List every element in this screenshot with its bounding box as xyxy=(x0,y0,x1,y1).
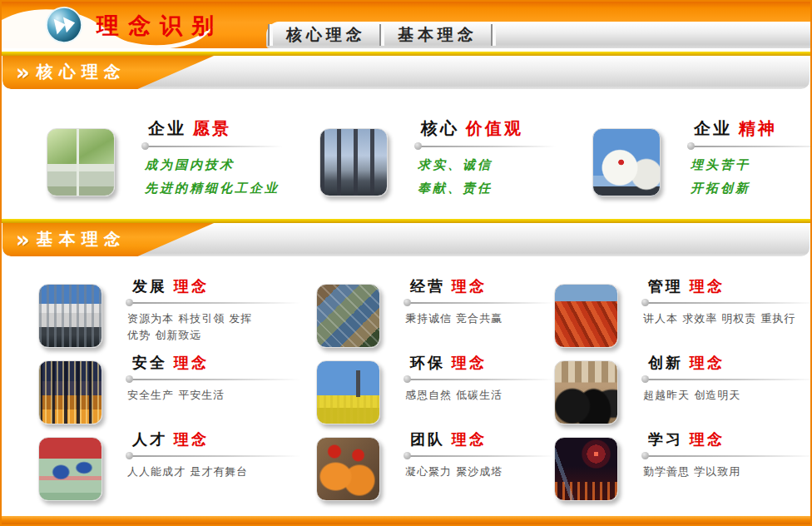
concept-photo xyxy=(554,437,618,501)
divider-line xyxy=(127,302,300,304)
concept-title: 企业精神 xyxy=(687,117,812,140)
tab-bar: 核心理念 基本理念 xyxy=(266,22,810,48)
concept-title-red: 理念 xyxy=(174,430,209,448)
slogan-line: 超越昨天 创造明天 xyxy=(643,387,812,404)
basic-section: 发展理念 资源为本 科技引领 发挥 优势 创新致远 经营理念 秉持诚信 竞合共赢 xyxy=(2,256,810,506)
tab-separator xyxy=(491,24,496,46)
dot-icon xyxy=(141,142,149,150)
dot-icon xyxy=(126,375,133,383)
double-chevron-icon: » xyxy=(16,229,28,251)
divider-line xyxy=(127,379,300,380)
concept-title: 发展理念 xyxy=(126,276,300,296)
slogan-line: 求实、诚信 xyxy=(418,154,556,177)
concept-title: 环保理念 xyxy=(404,353,554,373)
tab-core-concepts[interactable]: 核心理念 xyxy=(275,24,378,46)
dot-icon xyxy=(687,142,695,150)
concept-title: 企业愿景 xyxy=(141,117,283,140)
section-banner-core: » 核心理念 xyxy=(2,56,810,89)
concept-title: 管理理念 xyxy=(641,276,812,296)
slogan-line: 凝心聚力 聚沙成塔 xyxy=(405,464,554,480)
tab-separator xyxy=(379,24,384,46)
concept-title: 创新理念 xyxy=(641,353,812,373)
concept-title: 核心价值观 xyxy=(414,117,556,140)
concept-title-black: 环保 xyxy=(410,354,445,371)
concept-title-red: 精神 xyxy=(739,118,777,138)
concept-photo xyxy=(592,128,661,196)
dot-icon xyxy=(404,452,411,459)
dot-icon xyxy=(641,375,649,383)
concept-photo xyxy=(38,284,102,348)
tab-basic-concepts[interactable]: 基本理念 xyxy=(386,24,489,46)
divider-line xyxy=(643,302,812,304)
concept-photo xyxy=(319,128,388,196)
concept-card-values: 核心价值观 求实、诚信 奉献、责任 xyxy=(319,117,556,216)
dot-icon xyxy=(414,142,422,150)
concept-title-red: 价值观 xyxy=(466,118,523,138)
slogan-line: 秉持诚信 竞合共赢 xyxy=(405,310,554,327)
concept-card-learning: 学习理念 勤学善思 学以致用 xyxy=(554,429,812,506)
concept-photo xyxy=(554,284,618,348)
concept-card-talent: 人才理念 人人能成才 是才有舞台 xyxy=(38,429,316,506)
slogan-line: 资源为本 科技引领 发挥 xyxy=(127,310,300,327)
concept-title-red: 理念 xyxy=(690,430,725,448)
concept-title-black: 经营 xyxy=(410,277,445,295)
dot-icon xyxy=(404,375,411,383)
slogan-line: 人人能成才 是才有舞台 xyxy=(127,464,300,480)
concept-title-red: 理念 xyxy=(690,354,725,371)
concept-title-black: 核心 xyxy=(421,118,459,138)
page-title: 理念识别 xyxy=(97,11,223,41)
slogan-line: 感恩自然 低碳生活 xyxy=(405,387,554,404)
divider-line xyxy=(405,455,554,457)
slogan-line: 安全生产 平安生活 xyxy=(127,387,300,404)
slogan-line: 开拓创新 xyxy=(691,177,812,201)
concept-title-black: 企业 xyxy=(148,118,186,138)
concept-title-red: 理念 xyxy=(452,430,487,448)
concept-title-black: 发展 xyxy=(132,277,167,295)
divider-line xyxy=(405,302,554,304)
concept-title-black: 创新 xyxy=(648,354,683,371)
slogan-line: 优势 创新致远 xyxy=(127,327,300,344)
slogan-line: 讲人本 求效率 明权责 重执行 xyxy=(643,310,812,327)
dot-icon xyxy=(641,452,649,459)
concept-title: 人才理念 xyxy=(126,429,300,449)
divider-line xyxy=(127,455,300,457)
dot-icon xyxy=(126,299,133,306)
concept-photo xyxy=(316,437,380,501)
slogan-line: 埋头苦干 xyxy=(691,154,812,177)
concept-title: 学习理念 xyxy=(641,429,812,449)
concept-title-red: 理念 xyxy=(174,277,209,295)
concept-card-environment: 环保理念 感恩自然 低碳生活 xyxy=(316,353,554,429)
divider-line xyxy=(143,146,283,147)
footer-bar xyxy=(2,516,810,524)
concept-card-management: 管理理念 讲人本 求效率 明权责 重执行 xyxy=(554,276,812,353)
concept-title-black: 企业 xyxy=(694,118,732,138)
concept-card-team: 团队理念 凝心聚力 聚沙成塔 xyxy=(316,429,554,506)
concept-title-red: 理念 xyxy=(174,354,209,371)
section-heading-core: 核心理念 xyxy=(37,61,126,83)
core-section: 企业愿景 成为国内技术 先进的精细化工企业 核心价值观 求实、诚信 奉献、责任 xyxy=(2,89,810,216)
concept-title-red: 理念 xyxy=(452,354,487,371)
divider-line xyxy=(405,379,554,380)
concept-card-safety: 安全理念 安全生产 平安生活 xyxy=(38,353,316,429)
concept-photo xyxy=(316,284,380,348)
slogan-line: 成为国内技术 xyxy=(145,154,283,177)
concept-card-development: 发展理念 资源为本 科技引领 发挥 优势 创新致远 xyxy=(38,276,316,353)
slogan-line: 先进的精细化工企业 xyxy=(145,177,283,201)
concept-title-red: 愿景 xyxy=(193,118,231,138)
dot-icon xyxy=(126,452,133,459)
concept-title: 经营理念 xyxy=(404,276,554,296)
concept-title-black: 人才 xyxy=(132,430,167,448)
header-bar: 理念识别 核心理念 基本理念 xyxy=(2,2,810,48)
divider-line xyxy=(416,146,556,147)
fast-forward-icon[interactable] xyxy=(42,2,87,48)
concept-card-innovation: 创新理念 超越昨天 创造明天 xyxy=(554,353,812,429)
divider-line xyxy=(643,379,812,380)
concept-title-black: 学习 xyxy=(648,430,683,448)
concept-title: 团队理念 xyxy=(404,429,554,449)
slogan-line: 勤学善思 学以致用 xyxy=(643,464,812,480)
slogan-line: 奉献、责任 xyxy=(418,177,556,201)
concept-photo xyxy=(38,360,102,424)
concept-photo xyxy=(316,360,380,424)
tab-separator xyxy=(268,24,273,46)
concept-title-red: 理念 xyxy=(452,277,487,295)
